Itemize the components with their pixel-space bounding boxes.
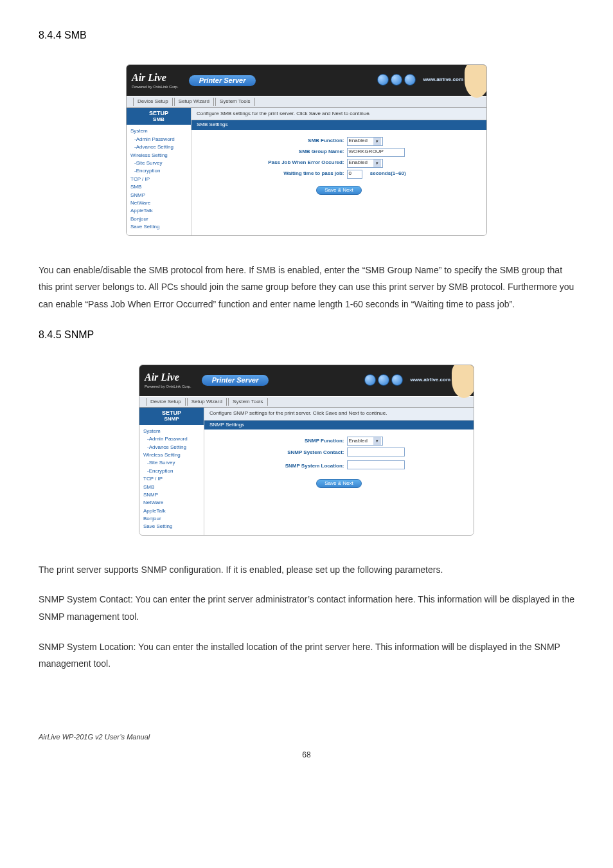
wait-time-suffix: seconds(1~60) [370, 170, 406, 176]
chevron-down-icon: ▾ [373, 138, 381, 145]
current-section-title: SETUP [162, 410, 181, 416]
pass-job-value: Enabled [349, 159, 368, 166]
home-icon[interactable] [377, 74, 389, 86]
tab-system-tools[interactable]: System Tools [215, 98, 254, 105]
section-heading-snmp: 8.4.5 SNMP [39, 325, 574, 345]
menu-netware[interactable]: NetWare [143, 499, 201, 507]
menu-wireless-setting[interactable]: Wireless Setting [143, 451, 201, 459]
smb-group-input[interactable]: WORKGROUP [347, 148, 405, 157]
snmp-paragraph-3: SNMP System Location: You can enter the … [39, 638, 574, 673]
pass-job-label: Pass Job When Error Occured: [242, 159, 344, 166]
current-section-title: SETUP [149, 110, 168, 116]
refresh-icon[interactable] [378, 374, 389, 386]
logo: Air Live Powered by OvisLink Corp. [132, 71, 179, 90]
snmp-paragraph-2: SNMP System Contact: You can enter the p… [39, 591, 574, 625]
snmp-function-select[interactable]: Enabled ▾ [347, 437, 383, 446]
tab-setup-wizard[interactable]: Setup Wizard [174, 98, 214, 105]
refresh-icon[interactable] [391, 74, 402, 86]
menu-advance-setting[interactable]: -Advance Setting [130, 143, 188, 151]
description-row: Configure SMB settings for the print ser… [191, 108, 486, 120]
description-row: Configure SNMP settings for the print se… [204, 408, 474, 420]
tab-setup-wizard[interactable]: Setup Wizard [187, 398, 227, 406]
current-section-sub: SNMP [139, 417, 204, 422]
wait-time-label: Waiting time to pass job: [242, 170, 344, 177]
globe-icon[interactable] [391, 374, 403, 386]
snmp-contact-label: SNMP System Contact: [242, 449, 344, 456]
wait-time-input[interactable]: 0 [347, 170, 362, 179]
menu-tcpip[interactable]: TCP / IP [143, 475, 201, 483]
current-section: SETUP SMB [127, 108, 191, 125]
snmp-function-label: SNMP Function: [242, 438, 344, 444]
side-menu: System -Admin Password -Advance Setting … [127, 125, 191, 235]
side-menu: System -Admin Password -Advance Setting … [139, 425, 204, 535]
menu-netware[interactable]: NetWare [130, 199, 188, 207]
content-area: Configure SMB settings for the print ser… [191, 108, 486, 235]
content-area: Configure SNMP settings for the print se… [204, 408, 474, 535]
chevron-down-icon: ▾ [373, 437, 381, 445]
mascot-image [465, 64, 487, 98]
save-next-button[interactable]: Save & Next [316, 479, 361, 488]
page-number: 68 [39, 748, 574, 763]
snmp-location-label: SNMP System Location: [242, 463, 344, 469]
menu-wireless-setting[interactable]: Wireless Setting [130, 152, 188, 159]
menu-snmp[interactable]: SNMP [130, 192, 188, 199]
tab-system-tools[interactable]: System Tools [228, 398, 267, 406]
tab-bar: Device Setup Setup Wizard System Tools [127, 96, 486, 107]
mascot-image [452, 365, 474, 398]
globe-icon[interactable] [404, 74, 416, 86]
menu-appletalk[interactable]: AppleTalk [130, 207, 188, 215]
snmp-location-input[interactable] [347, 460, 405, 469]
smb-function-select[interactable]: Enabled ▾ [347, 137, 383, 146]
snmp-paragraph-1: The print server supports SNMP configura… [39, 561, 574, 579]
menu-smb[interactable]: SMB [143, 484, 201, 491]
chevron-down-icon: ▾ [373, 159, 381, 167]
site-url: www.airlive.com [423, 77, 463, 83]
current-section-sub: SMB [127, 117, 191, 123]
tab-device-setup[interactable]: Device Setup [146, 398, 186, 406]
menu-site-survey[interactable]: -Site Survey [143, 459, 201, 467]
menu-admin-password[interactable]: -Admin Password [143, 435, 201, 443]
menu-admin-password[interactable]: -Admin Password [130, 136, 188, 143]
menu-system[interactable]: System [143, 428, 201, 435]
smb-paragraph: You can enable/disable the SMB protocol … [39, 262, 574, 313]
smb-screenshot: Air Live Powered by OvisLink Corp. Print… [126, 64, 487, 235]
tab-device-setup[interactable]: Device Setup [133, 98, 173, 105]
smb-group-label: SMB Group Name: [242, 149, 344, 155]
current-section: SETUP SNMP [139, 408, 204, 425]
save-next-button[interactable]: Save & Next [316, 186, 361, 195]
page-title-pill: Printer Server [202, 375, 269, 386]
menu-system[interactable]: System [130, 127, 188, 135]
header-bar: Air Live Powered by OvisLink Corp. Print… [139, 365, 474, 396]
snmp-function-value: Enabled [349, 438, 368, 444]
page-title-pill: Printer Server [189, 75, 256, 86]
snmp-screenshot: Air Live Powered by OvisLink Corp. Print… [139, 365, 474, 536]
logo-subtext: Powered by OvisLink Corp. [145, 384, 191, 390]
menu-bonjour[interactable]: Bonjour [130, 215, 188, 223]
home-icon[interactable] [364, 374, 376, 386]
site-url: www.airlive.com [411, 377, 450, 383]
menu-save-setting[interactable]: Save Setting [143, 523, 201, 530]
menu-bonjour[interactable]: Bonjour [143, 515, 201, 523]
snmp-contact-input[interactable] [347, 448, 405, 457]
settings-title-bar: SNMP Settings [204, 420, 474, 429]
settings-title-bar: SMB Settings [191, 120, 486, 129]
menu-smb[interactable]: SMB [130, 183, 188, 191]
menu-tcpip[interactable]: TCP / IP [130, 176, 188, 183]
logo-text: Air Live [145, 372, 179, 383]
menu-snmp[interactable]: SNMP [143, 491, 201, 499]
menu-save-setting[interactable]: Save Setting [130, 223, 188, 231]
pass-job-select[interactable]: Enabled ▾ [347, 159, 383, 168]
smb-function-value: Enabled [349, 138, 368, 144]
sidebar: SETUP SNMP System -Admin Password -Advan… [139, 408, 204, 535]
tab-bar: Device Setup Setup Wizard System Tools [139, 396, 474, 408]
logo-text: Air Live [132, 72, 166, 83]
header-icons [364, 374, 403, 386]
smb-function-label: SMB Function: [242, 138, 344, 144]
logo: Air Live Powered by OvisLink Corp. [145, 371, 191, 390]
menu-advance-setting[interactable]: -Advance Setting [143, 444, 201, 451]
menu-appletalk[interactable]: AppleTalk [143, 507, 201, 515]
menu-site-survey[interactable]: -Site Survey [130, 159, 188, 167]
footer-doc-title: AirLive WP-201G v2 User’s Manual [39, 730, 574, 744]
menu-encryption[interactable]: -Encryption [143, 467, 201, 475]
menu-encryption[interactable]: -Encryption [130, 167, 188, 175]
